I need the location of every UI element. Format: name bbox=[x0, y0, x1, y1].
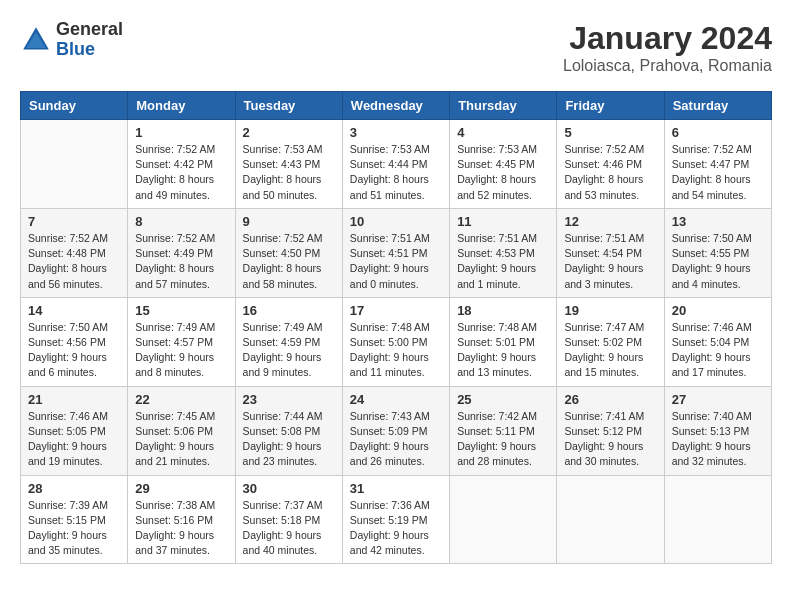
calendar-day-cell: 28Sunrise: 7:39 AMSunset: 5:15 PMDayligh… bbox=[21, 475, 128, 564]
day-info: Sunrise: 7:45 AMSunset: 5:06 PMDaylight:… bbox=[135, 409, 227, 470]
day-info: Sunrise: 7:38 AMSunset: 5:16 PMDaylight:… bbox=[135, 498, 227, 559]
calendar-day-cell: 12Sunrise: 7:51 AMSunset: 4:54 PMDayligh… bbox=[557, 208, 664, 297]
calendar-header-wednesday: Wednesday bbox=[342, 92, 449, 120]
day-number: 10 bbox=[350, 214, 442, 229]
day-info: Sunrise: 7:40 AMSunset: 5:13 PMDaylight:… bbox=[672, 409, 764, 470]
title-section: January 2024 Loloiasca, Prahova, Romania bbox=[563, 20, 772, 75]
calendar-day-cell: 6Sunrise: 7:52 AMSunset: 4:47 PMDaylight… bbox=[664, 120, 771, 209]
calendar-week-row: 28Sunrise: 7:39 AMSunset: 5:15 PMDayligh… bbox=[21, 475, 772, 564]
day-info: Sunrise: 7:52 AMSunset: 4:46 PMDaylight:… bbox=[564, 142, 656, 203]
day-info: Sunrise: 7:50 AMSunset: 4:55 PMDaylight:… bbox=[672, 231, 764, 292]
day-info: Sunrise: 7:51 AMSunset: 4:54 PMDaylight:… bbox=[564, 231, 656, 292]
calendar-day-cell bbox=[450, 475, 557, 564]
day-info: Sunrise: 7:47 AMSunset: 5:02 PMDaylight:… bbox=[564, 320, 656, 381]
calendar-header-monday: Monday bbox=[128, 92, 235, 120]
day-info: Sunrise: 7:48 AMSunset: 5:01 PMDaylight:… bbox=[457, 320, 549, 381]
calendar-day-cell: 1Sunrise: 7:52 AMSunset: 4:42 PMDaylight… bbox=[128, 120, 235, 209]
calendar-week-row: 14Sunrise: 7:50 AMSunset: 4:56 PMDayligh… bbox=[21, 297, 772, 386]
day-number: 11 bbox=[457, 214, 549, 229]
day-number: 19 bbox=[564, 303, 656, 318]
calendar-day-cell: 7Sunrise: 7:52 AMSunset: 4:48 PMDaylight… bbox=[21, 208, 128, 297]
day-info: Sunrise: 7:51 AMSunset: 4:53 PMDaylight:… bbox=[457, 231, 549, 292]
day-number: 9 bbox=[243, 214, 335, 229]
day-number: 22 bbox=[135, 392, 227, 407]
page-title: January 2024 bbox=[563, 20, 772, 57]
day-number: 23 bbox=[243, 392, 335, 407]
calendar-day-cell: 29Sunrise: 7:38 AMSunset: 5:16 PMDayligh… bbox=[128, 475, 235, 564]
day-info: Sunrise: 7:53 AMSunset: 4:43 PMDaylight:… bbox=[243, 142, 335, 203]
day-number: 31 bbox=[350, 481, 442, 496]
day-number: 28 bbox=[28, 481, 120, 496]
calendar-day-cell: 30Sunrise: 7:37 AMSunset: 5:18 PMDayligh… bbox=[235, 475, 342, 564]
calendar-header-sunday: Sunday bbox=[21, 92, 128, 120]
day-info: Sunrise: 7:37 AMSunset: 5:18 PMDaylight:… bbox=[243, 498, 335, 559]
day-number: 4 bbox=[457, 125, 549, 140]
calendar-day-cell: 15Sunrise: 7:49 AMSunset: 4:57 PMDayligh… bbox=[128, 297, 235, 386]
logo-general-text: General bbox=[56, 20, 123, 40]
calendar-day-cell: 27Sunrise: 7:40 AMSunset: 5:13 PMDayligh… bbox=[664, 386, 771, 475]
day-info: Sunrise: 7:43 AMSunset: 5:09 PMDaylight:… bbox=[350, 409, 442, 470]
day-number: 26 bbox=[564, 392, 656, 407]
calendar-day-cell: 17Sunrise: 7:48 AMSunset: 5:00 PMDayligh… bbox=[342, 297, 449, 386]
day-number: 17 bbox=[350, 303, 442, 318]
day-info: Sunrise: 7:36 AMSunset: 5:19 PMDaylight:… bbox=[350, 498, 442, 559]
calendar-day-cell: 14Sunrise: 7:50 AMSunset: 4:56 PMDayligh… bbox=[21, 297, 128, 386]
calendar-day-cell: 2Sunrise: 7:53 AMSunset: 4:43 PMDaylight… bbox=[235, 120, 342, 209]
day-info: Sunrise: 7:49 AMSunset: 4:57 PMDaylight:… bbox=[135, 320, 227, 381]
day-number: 24 bbox=[350, 392, 442, 407]
day-info: Sunrise: 7:52 AMSunset: 4:47 PMDaylight:… bbox=[672, 142, 764, 203]
calendar-day-cell: 5Sunrise: 7:52 AMSunset: 4:46 PMDaylight… bbox=[557, 120, 664, 209]
page-header: General Blue January 2024 Loloiasca, Pra… bbox=[20, 20, 772, 75]
calendar-day-cell: 25Sunrise: 7:42 AMSunset: 5:11 PMDayligh… bbox=[450, 386, 557, 475]
calendar-header-thursday: Thursday bbox=[450, 92, 557, 120]
calendar-day-cell: 11Sunrise: 7:51 AMSunset: 4:53 PMDayligh… bbox=[450, 208, 557, 297]
calendar-day-cell: 10Sunrise: 7:51 AMSunset: 4:51 PMDayligh… bbox=[342, 208, 449, 297]
calendar-day-cell: 24Sunrise: 7:43 AMSunset: 5:09 PMDayligh… bbox=[342, 386, 449, 475]
day-number: 8 bbox=[135, 214, 227, 229]
page-subtitle: Loloiasca, Prahova, Romania bbox=[563, 57, 772, 75]
calendar-week-row: 21Sunrise: 7:46 AMSunset: 5:05 PMDayligh… bbox=[21, 386, 772, 475]
day-number: 3 bbox=[350, 125, 442, 140]
day-number: 15 bbox=[135, 303, 227, 318]
calendar-day-cell: 16Sunrise: 7:49 AMSunset: 4:59 PMDayligh… bbox=[235, 297, 342, 386]
calendar-day-cell: 26Sunrise: 7:41 AMSunset: 5:12 PMDayligh… bbox=[557, 386, 664, 475]
calendar-day-cell bbox=[557, 475, 664, 564]
day-number: 5 bbox=[564, 125, 656, 140]
calendar-day-cell: 3Sunrise: 7:53 AMSunset: 4:44 PMDaylight… bbox=[342, 120, 449, 209]
calendar-week-row: 1Sunrise: 7:52 AMSunset: 4:42 PMDaylight… bbox=[21, 120, 772, 209]
day-number: 13 bbox=[672, 214, 764, 229]
day-info: Sunrise: 7:51 AMSunset: 4:51 PMDaylight:… bbox=[350, 231, 442, 292]
day-info: Sunrise: 7:42 AMSunset: 5:11 PMDaylight:… bbox=[457, 409, 549, 470]
logo-icon bbox=[20, 24, 52, 56]
logo: General Blue bbox=[20, 20, 123, 60]
day-info: Sunrise: 7:49 AMSunset: 4:59 PMDaylight:… bbox=[243, 320, 335, 381]
day-info: Sunrise: 7:44 AMSunset: 5:08 PMDaylight:… bbox=[243, 409, 335, 470]
calendar-day-cell: 9Sunrise: 7:52 AMSunset: 4:50 PMDaylight… bbox=[235, 208, 342, 297]
day-number: 30 bbox=[243, 481, 335, 496]
day-number: 21 bbox=[28, 392, 120, 407]
calendar-week-row: 7Sunrise: 7:52 AMSunset: 4:48 PMDaylight… bbox=[21, 208, 772, 297]
day-info: Sunrise: 7:39 AMSunset: 5:15 PMDaylight:… bbox=[28, 498, 120, 559]
day-info: Sunrise: 7:50 AMSunset: 4:56 PMDaylight:… bbox=[28, 320, 120, 381]
day-number: 7 bbox=[28, 214, 120, 229]
day-number: 6 bbox=[672, 125, 764, 140]
day-info: Sunrise: 7:41 AMSunset: 5:12 PMDaylight:… bbox=[564, 409, 656, 470]
calendar-day-cell: 31Sunrise: 7:36 AMSunset: 5:19 PMDayligh… bbox=[342, 475, 449, 564]
day-number: 18 bbox=[457, 303, 549, 318]
day-number: 2 bbox=[243, 125, 335, 140]
day-number: 14 bbox=[28, 303, 120, 318]
day-info: Sunrise: 7:52 AMSunset: 4:49 PMDaylight:… bbox=[135, 231, 227, 292]
day-number: 29 bbox=[135, 481, 227, 496]
day-info: Sunrise: 7:48 AMSunset: 5:00 PMDaylight:… bbox=[350, 320, 442, 381]
day-number: 27 bbox=[672, 392, 764, 407]
day-info: Sunrise: 7:52 AMSunset: 4:50 PMDaylight:… bbox=[243, 231, 335, 292]
calendar-day-cell: 8Sunrise: 7:52 AMSunset: 4:49 PMDaylight… bbox=[128, 208, 235, 297]
day-info: Sunrise: 7:52 AMSunset: 4:42 PMDaylight:… bbox=[135, 142, 227, 203]
calendar-table: SundayMondayTuesdayWednesdayThursdayFrid… bbox=[20, 91, 772, 564]
logo-blue-text: Blue bbox=[56, 40, 123, 60]
day-number: 20 bbox=[672, 303, 764, 318]
day-info: Sunrise: 7:53 AMSunset: 4:45 PMDaylight:… bbox=[457, 142, 549, 203]
calendar-day-cell: 22Sunrise: 7:45 AMSunset: 5:06 PMDayligh… bbox=[128, 386, 235, 475]
calendar-day-cell: 19Sunrise: 7:47 AMSunset: 5:02 PMDayligh… bbox=[557, 297, 664, 386]
calendar-header-row: SundayMondayTuesdayWednesdayThursdayFrid… bbox=[21, 92, 772, 120]
